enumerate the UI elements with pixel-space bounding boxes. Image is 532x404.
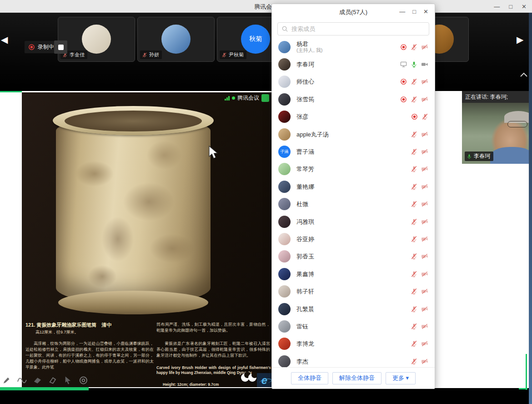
member-row[interactable]: 子涵曹子涵 — [272, 143, 435, 160]
recording-label: 录制中 — [38, 43, 54, 51]
pen-tool-icon[interactable] — [2, 375, 11, 385]
member-search-input[interactable] — [277, 22, 429, 35]
camera-muted-icon[interactable] — [421, 323, 428, 330]
lasso-tool-icon[interactable] — [48, 375, 57, 385]
camera-muted-icon[interactable] — [421, 44, 428, 50]
internet-explorer-icon[interactable]: e — [257, 373, 272, 387]
camera-muted-icon[interactable] — [421, 306, 428, 313]
member-row[interactable]: 常琴芳 — [272, 161, 435, 178]
speaker-name-tag: 李春珂 — [465, 152, 493, 161]
member-status-icons — [411, 323, 428, 330]
curve-tool-icon[interactable] — [17, 375, 27, 385]
mic-muted-icon[interactable] — [411, 306, 417, 313]
mic-muted-icon[interactable] — [411, 340, 417, 347]
mic-muted-icon[interactable] — [411, 96, 417, 103]
camera-muted-icon[interactable] — [421, 201, 428, 207]
thumbnail-name-tag: 尹秋菊 — [220, 50, 246, 59]
camera-muted-icon[interactable] — [421, 183, 428, 190]
thumbnail-name-tag: 孙妍 — [140, 50, 162, 59]
member-name: 杨君 — [296, 40, 400, 47]
video-thumbnail[interactable]: 孙妍 — [137, 17, 215, 62]
member-row[interactable]: 谷亚婷 — [272, 230, 435, 247]
panel-maximize-icon[interactable]: □ — [412, 9, 416, 15]
speaker-video-feed[interactable]: 李春珂 — [462, 103, 529, 164]
member-status-icons — [411, 131, 428, 138]
member-row[interactable]: apple丸子汤 — [272, 126, 435, 143]
member-row[interactable]: 果鑫博 — [272, 265, 435, 283]
select-cursor-tool-icon[interactable] — [63, 375, 73, 385]
mic-muted-icon[interactable] — [411, 253, 417, 260]
mic-muted-icon[interactable] — [411, 358, 417, 365]
member-row[interactable]: 韩子轩 — [272, 283, 435, 300]
mic-muted-icon[interactable] — [411, 183, 417, 190]
mic-muted-icon[interactable] — [411, 218, 417, 225]
mic-muted-icon[interactable] — [411, 131, 417, 138]
member-row[interactable]: 董艳娜 — [272, 178, 435, 195]
member-row[interactable]: 冯雅琪 — [272, 213, 435, 230]
mic-muted-icon[interactable] — [411, 288, 417, 295]
member-row[interactable]: 李博龙 — [272, 335, 435, 353]
camera-muted-icon[interactable] — [421, 288, 428, 295]
member-row[interactable]: 李杰 — [272, 353, 435, 367]
member-avatar — [278, 268, 291, 280]
member-row[interactable]: 张雪筠 — [272, 91, 435, 108]
camera-muted-icon[interactable] — [421, 340, 428, 347]
mic-muted-icon[interactable] — [411, 78, 417, 85]
camera-muted-icon[interactable] — [421, 236, 428, 242]
unmute-all-button[interactable]: 解除全体静音 — [332, 372, 381, 384]
panel-minimize-icon[interactable]: — — [399, 9, 405, 15]
member-row[interactable]: 雷钰 — [272, 318, 435, 335]
camera-muted-icon[interactable] — [421, 166, 428, 172]
mic-muted-icon[interactable] — [411, 236, 417, 242]
quote-logo-icon — [241, 374, 256, 383]
panel-close-icon[interactable]: ✕ — [423, 9, 428, 15]
desktop-wallpaper-edge — [529, 13, 532, 404]
member-status-icons — [411, 340, 428, 347]
collapse-strip-chevron-icon[interactable] — [520, 72, 528, 77]
mic-muted-icon[interactable] — [411, 166, 417, 172]
mute-all-button[interactable]: 全体静音 — [291, 372, 328, 384]
camera-muted-icon[interactable] — [421, 218, 428, 225]
camera-muted-icon[interactable] — [421, 358, 428, 365]
member-row[interactable]: 张彦 — [272, 108, 435, 126]
camera-muted-icon[interactable] — [421, 253, 428, 260]
member-row[interactable]: 郭香玉 — [272, 248, 435, 265]
member-name: 常琴芳 — [296, 166, 411, 172]
mic-muted-icon[interactable] — [411, 148, 417, 155]
camera-icon[interactable] — [421, 61, 428, 68]
target-tool-icon[interactable] — [79, 375, 88, 385]
close-icon[interactable]: ✕ — [522, 4, 527, 10]
mic-muted-icon[interactable] — [411, 201, 417, 207]
bottom-black-strip — [0, 390, 529, 404]
member-row[interactable]: 师佳心 — [272, 73, 435, 91]
mic-muted-icon[interactable] — [422, 113, 428, 120]
more-button[interactable]: 更多 ▾ — [386, 372, 416, 384]
maximize-icon[interactable]: □ — [509, 4, 512, 10]
member-row[interactable]: 孔繁晨 — [272, 300, 435, 318]
member-row[interactable]: 杨君(主持人, 我) — [272, 38, 435, 56]
members-panel-window: 成员(57人) — □ ✕ 杨君(主持人, 我)李春珂师佳心张雪筠张彦apple… — [271, 4, 435, 389]
camera-muted-icon[interactable] — [421, 148, 428, 155]
member-row[interactable]: 杜微 — [272, 196, 435, 213]
member-avatar — [278, 41, 291, 53]
mic-muted-icon[interactable] — [411, 44, 417, 50]
camera-muted-icon[interactable] — [421, 131, 428, 138]
member-name: 杜微 — [296, 201, 411, 207]
camera-muted-icon[interactable] — [421, 271, 428, 278]
share-app-label: 腾讯会议 — [237, 94, 259, 102]
eraser-tool-icon[interactable] — [33, 375, 42, 385]
strip-scroll-left-icon[interactable]: ◀ — [1, 35, 8, 44]
camera-muted-icon[interactable] — [421, 78, 428, 85]
mic-muted-icon[interactable] — [411, 271, 417, 278]
video-thumbnail[interactable]: 李金佳 — [58, 17, 135, 62]
stop-recording-button[interactable] — [54, 40, 67, 54]
member-status-icons — [400, 96, 428, 103]
camera-muted-icon[interactable] — [421, 96, 428, 103]
member-avatar: 子涵 — [278, 146, 291, 158]
minimize-icon[interactable]: — — [494, 4, 500, 10]
mic-muted-icon[interactable] — [411, 323, 417, 330]
mic-active-icon[interactable] — [411, 61, 417, 68]
annotation-toolbar — [2, 372, 88, 389]
member-row[interactable]: 李春珂 — [272, 56, 435, 73]
strip-scroll-right-icon[interactable]: ▶ — [517, 35, 523, 44]
